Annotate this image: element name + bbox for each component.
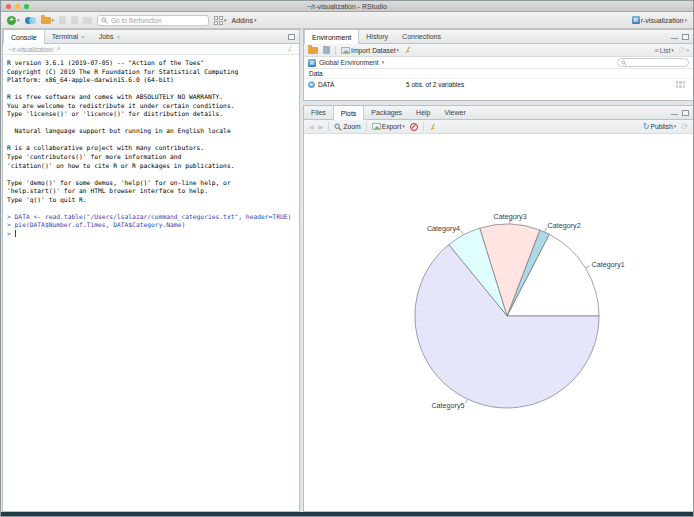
pie-label-Category2: Category2 [548,221,581,230]
publish-label: Publish [650,123,672,130]
minimize-panel-icon[interactable] [671,113,678,115]
tab-connections[interactable]: Connections [395,30,448,43]
chevron-down-icon: ▾ [382,60,385,65]
close-window-icon[interactable] [6,4,11,9]
print-button[interactable] [83,17,92,24]
plots-panel: Files Plots Packages Help Viewer [303,105,694,512]
new-project-button[interactable] [25,16,36,25]
clear-console-icon[interactable] [286,45,294,53]
save-button[interactable] [59,16,66,24]
console-lines: R version 3.6.1 (2019-07-05) -- "Action … [7,59,299,238]
remove-plot-icon[interactable] [410,123,418,131]
clear-objects-icon[interactable] [404,46,412,54]
expand-object-icon[interactable]: ▸ [308,81,315,88]
chevron-down-icon: ▾ [402,124,405,129]
export-label: Export [382,123,402,130]
save-all-button[interactable] [71,16,78,24]
titlebar: ~/r-visualization - RStudio [1,1,693,12]
chevron-down-icon: ▾ [224,18,227,23]
chevron-down-icon: ▾ [684,18,687,23]
console-line: Copyright (C) 2019 The R Foundation for … [7,68,299,77]
load-workspace-icon[interactable] [308,47,318,54]
tab-history[interactable]: History [359,30,395,43]
save-all-icon [71,16,78,24]
working-directory: ~/r-visualization/ [8,46,54,53]
tab-terminal[interactable]: Terminal × [45,30,92,43]
previous-plot-icon[interactable]: ◀ [309,123,314,130]
refresh-icon: ⟳ [679,46,686,54]
environment-tabstrip: Environment History Connections [304,30,693,44]
chevron-down-icon: ▾ [17,18,20,23]
tab-jobs[interactable]: Jobs × [92,30,127,43]
project-menu-button[interactable]: R r-visualization ▾ [632,16,687,24]
tab-packages[interactable]: Packages [364,106,409,119]
label-tick [466,400,468,404]
tab-label: Connections [402,33,441,40]
refresh-plot-icon[interactable]: ⟳ [681,123,688,131]
tab-viewer[interactable]: Viewer [438,106,473,119]
export-plot-button[interactable]: Export ▾ [372,123,405,130]
publish-button[interactable]: ↻ Publish ▾ [643,123,677,131]
console-line: Type 'contributors()' for more informati… [7,153,299,162]
scope-selector[interactable]: Global Environment [319,59,379,66]
bottom-edge [1,512,693,516]
zoom-window-icon[interactable] [24,4,29,9]
project-label: r-visualization [641,17,684,24]
environment-object-row[interactable]: ▸ DATA 5 obs. of 2 variables [304,79,693,89]
console-line: Type 'demo()' for some demos, 'help()' f… [7,179,299,188]
tab-files[interactable]: Files [304,106,333,119]
console-output[interactable]: R version 3.6.1 (2019-07-05) -- "Action … [3,55,299,511]
console-line: > pie(DATA$Number.of.Times, DATA$Categor… [7,221,299,230]
tab-console[interactable]: Console [3,30,45,44]
open-folder-icon [41,17,51,24]
console-line: R is free software and comes with ABSOLU… [7,93,299,102]
environment-section-header: Data [304,69,693,79]
chevron-down-icon: ▾ [254,18,257,23]
view-data-icon[interactable] [676,81,685,88]
external-link-icon[interactable]: ↗ [56,46,61,52]
import-dataset-icon [341,47,350,54]
minimize-window-icon[interactable] [15,4,20,9]
maximize-panel-icon[interactable] [288,34,295,40]
list-view-button[interactable]: ≡ List ▾ [655,47,674,54]
tab-label: Console [11,34,37,41]
addins-label: Addins [232,17,253,24]
close-tab-icon[interactable]: × [116,34,120,40]
close-tab-icon[interactable]: × [81,34,85,40]
chevron-down-icon: ▾ [674,124,677,129]
minimize-panel-icon[interactable] [671,37,678,39]
maximize-panel-icon[interactable] [682,110,689,116]
next-plot-icon[interactable]: ▶ [319,123,324,130]
goto-file-function-input[interactable]: Go to file/function [97,15,209,26]
new-file-icon: + [7,16,16,25]
console-tabstrip: Console Terminal × Jobs × [3,30,299,44]
new-file-button[interactable]: + ▾ [7,16,20,25]
refresh-environment-button[interactable]: ⟳ ▾ [679,46,689,54]
clear-plots-icon[interactable] [429,123,437,131]
main-toolbar: + ▾ ▾ Go to file/function ▾ [1,12,693,29]
window-title: ~/r-visualization - RStudio [1,3,693,10]
tab-plots[interactable]: Plots [333,106,365,120]
list-icon: ≡ [655,47,659,54]
maximize-panel-icon[interactable] [682,34,689,40]
environment-search-input[interactable] [617,58,689,67]
tab-environment[interactable]: Environment [304,30,359,44]
environment-scope-bar: R Global Environment ▾ [304,57,693,69]
tab-help[interactable]: Help [409,106,437,119]
tab-label: Plots [341,110,357,117]
console-line: Natural language support but running in … [7,127,299,136]
panes-layout-button[interactable]: ▾ [214,16,227,25]
new-project-icon [25,16,36,25]
save-workspace-icon[interactable] [323,46,330,54]
pie-label-Category3: Category3 [494,212,527,221]
zoom-plot-button[interactable]: Zoom [334,123,360,131]
pie-chart: Category1Category2Category3Category4Cate… [304,134,693,511]
save-icon [59,16,66,24]
environment-toolbar: Import Dataset ▾ ≡ List ▾ ⟳ ▾ [304,44,693,57]
import-dataset-button[interactable]: Import Dataset ▾ [341,47,399,54]
goto-placeholder: Go to file/function [111,17,162,24]
open-file-button[interactable]: ▾ [41,17,55,24]
search-icon [101,17,108,24]
tab-label: Files [311,109,326,116]
addins-button[interactable]: Addins ▾ [232,17,257,24]
